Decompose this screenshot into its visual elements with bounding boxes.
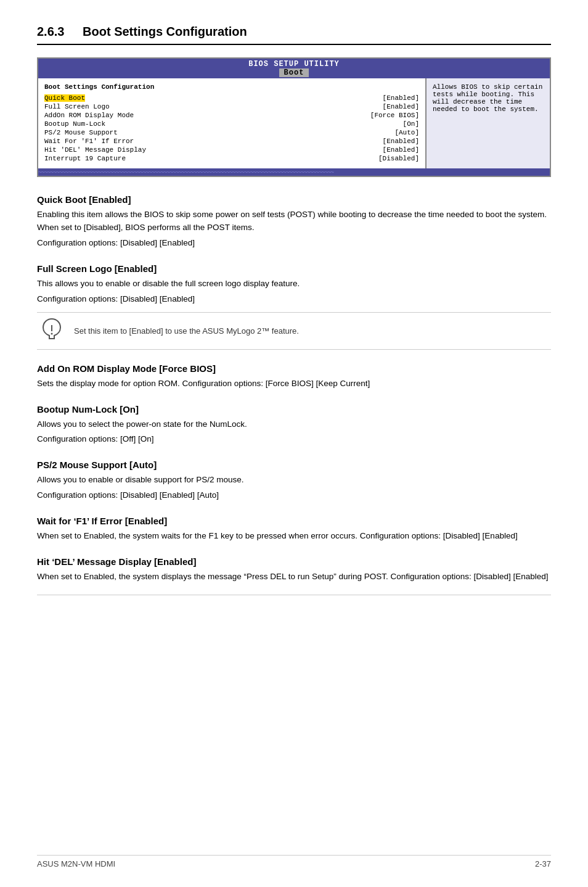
section-paragraph: Configuration options: [Disabled] [Enabl…	[37, 489, 551, 502]
bios-row: Full Screen Logo[Enabled]	[44, 103, 419, 110]
page-title: 2.6.3 Boot Settings Configuration	[37, 25, 551, 45]
bios-row: Wait For 'F1' If Error[Enabled]	[44, 138, 419, 145]
bios-row-label: Quick Boot	[44, 94, 85, 102]
bios-row-value: [On]	[403, 120, 419, 128]
bios-screenshot: BIOS SETUP UTILITY Boot Boot Settings Co…	[37, 57, 551, 177]
section-number: 2.6.3	[37, 25, 64, 38]
section-paragraph: Sets the display mode for option ROM. Co…	[37, 377, 551, 390]
bios-row-label: Interrupt 19 Capture	[44, 155, 126, 162]
bios-row-value: [Auto]	[394, 129, 419, 136]
section-wait-f1: Wait for ‘F1’ If Error [Enabled]When set…	[37, 516, 551, 543]
section-paragraph: When set to Enabled, the system displays…	[37, 571, 551, 584]
section-paragraph: When set to Enabled, the system waits fo…	[37, 530, 551, 543]
bios-right-panel: Allows BIOS to skip certain tests while …	[427, 78, 550, 168]
section-heading-wait-f1: Wait for ‘F1’ If Error [Enabled]	[37, 516, 551, 526]
section-heading-ps2-mouse: PS/2 Mouse Support [Auto]	[37, 460, 551, 470]
bios-wave	[38, 168, 550, 176]
bios-left-panel: Boot Settings Configuration Quick Boot[E…	[38, 78, 427, 168]
bios-row-value: [Disabled]	[378, 155, 419, 162]
footer-right: 2-37	[535, 859, 551, 868]
note-box: Set this item to [Enabled] to use the AS…	[37, 312, 551, 350]
bios-row-value: [Force BIOS]	[370, 112, 419, 119]
section-paragraph: Configuration options: [Disabled] [Enabl…	[37, 237, 551, 250]
bios-row: Bootup Num-Lock[On]	[44, 120, 419, 128]
section-heading-full-screen-logo: Full Screen Logo [Enabled]	[37, 263, 551, 274]
section-quick-boot: Quick Boot [Enabled]Enabling this item a…	[37, 194, 551, 250]
bios-row-value: [Enabled]	[383, 94, 419, 102]
sections-container: Quick Boot [Enabled]Enabling this item a…	[37, 194, 551, 584]
bios-row: Interrupt 19 Capture[Disabled]	[44, 155, 419, 162]
bios-row: AddOn ROM Display Mode[Force BIOS]	[44, 112, 419, 119]
bios-row-value: [Enabled]	[383, 146, 419, 154]
bios-row-label: PS/2 Mouse Support	[44, 129, 118, 136]
bios-help-text: Allows BIOS to skip certain tests while …	[433, 83, 542, 113]
bios-row: PS/2 Mouse Support[Auto]	[44, 129, 419, 136]
title-text: Boot Settings Configuration	[83, 25, 247, 38]
section-paragraph: Allows you to select the power-on state …	[37, 418, 551, 431]
bottom-divider	[37, 595, 551, 595]
bios-row-label: AddOn ROM Display Mode	[44, 112, 134, 119]
section-addon-rom: Add On ROM Display Mode [Force BIOS]Sets…	[37, 363, 551, 390]
section-heading-hit-del: Hit ‘DEL’ Message Display [Enabled]	[37, 556, 551, 567]
section-bootup-numlock: Bootup Num-Lock [On]Allows you to select…	[37, 404, 551, 447]
bios-row-label: Bootup Num-Lock	[44, 120, 105, 128]
bios-row: Hit 'DEL' Message Display[Enabled]	[44, 146, 419, 154]
section-heading-quick-boot: Quick Boot [Enabled]	[37, 194, 551, 205]
section-ps2-mouse: PS/2 Mouse Support [Auto]Allows you to e…	[37, 460, 551, 502]
section-paragraph: Configuration options: [Off] [On]	[37, 433, 551, 446]
bios-rows: Quick Boot[Enabled]Full Screen Logo[Enab…	[44, 94, 419, 162]
section-paragraph: Allows you to enable or disable support …	[37, 474, 551, 487]
section-heading-addon-rom: Add On ROM Display Mode [Force BIOS]	[37, 363, 551, 374]
bios-row-label: Hit 'DEL' Message Display	[44, 146, 146, 154]
section-full-screen-logo: Full Screen Logo [Enabled]This allows yo…	[37, 263, 551, 350]
bios-row-value: [Enabled]	[383, 103, 419, 110]
note-icon	[37, 318, 67, 344]
section-paragraph: Configuration options: [Disabled] [Enabl…	[37, 293, 551, 306]
bios-body: Boot Settings Configuration Quick Boot[E…	[38, 78, 550, 168]
bios-tab-label: Boot	[279, 68, 309, 77]
page-footer: ASUS M2N-VM HDMI 2-37	[37, 855, 551, 868]
footer-left: ASUS M2N-VM HDMI	[37, 859, 115, 868]
bios-header: BIOS SETUP UTILITY Boot	[38, 59, 550, 78]
svg-point-1	[51, 332, 53, 334]
bios-row-value: [Enabled]	[383, 138, 419, 145]
bios-row-label: Full Screen Logo	[44, 103, 110, 110]
bios-row-label: Wait For 'F1' If Error	[44, 138, 134, 145]
note-text: Set this item to [Enabled] to use the AS…	[67, 326, 299, 336]
section-hit-del: Hit ‘DEL’ Message Display [Enabled]When …	[37, 556, 551, 584]
bios-header-title: BIOS SETUP UTILITY	[248, 60, 340, 68]
bios-section-title: Boot Settings Configuration	[44, 83, 419, 91]
bios-row: Quick Boot[Enabled]	[44, 94, 419, 102]
section-paragraph: Enabling this item allows the BIOS to sk…	[37, 208, 551, 234]
section-paragraph: This allows you to enable or disable the…	[37, 278, 551, 291]
section-heading-bootup-numlock: Bootup Num-Lock [On]	[37, 404, 551, 415]
